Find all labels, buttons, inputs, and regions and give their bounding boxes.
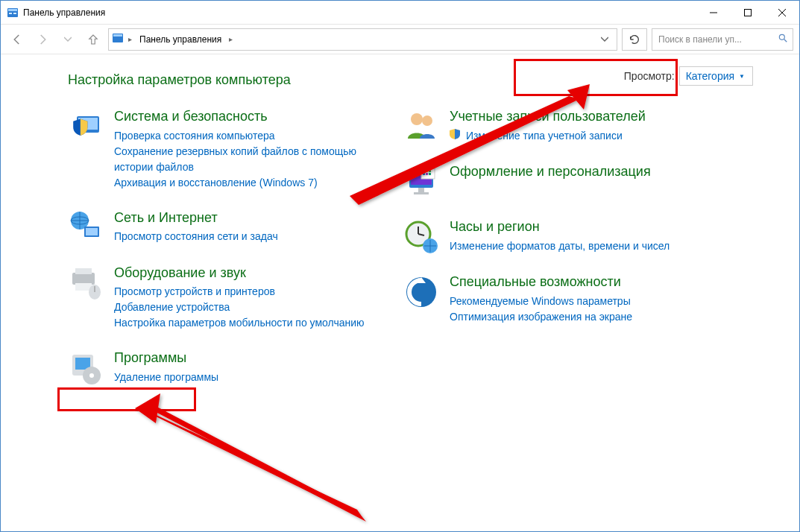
svg-rect-37 xyxy=(429,173,431,175)
category-link[interactable]: Настройка параметров мобильности по умол… xyxy=(114,315,366,331)
back-button[interactable] xyxy=(7,29,28,50)
printer-mouse-icon xyxy=(68,265,104,332)
svg-point-10 xyxy=(779,34,784,39)
category-ease-of-access: Специальные возможности Рекомендуемые Wi… xyxy=(403,274,702,325)
svg-rect-17 xyxy=(86,228,98,235)
minimize-button[interactable] xyxy=(696,1,731,24)
svg-rect-3 xyxy=(13,13,16,14)
user-accounts-icon xyxy=(403,109,439,145)
programs-disc-icon xyxy=(68,350,104,386)
svg-point-27 xyxy=(411,113,423,125)
search-icon xyxy=(778,33,788,45)
ease-of-access-icon xyxy=(403,274,439,325)
category-appearance: Оформление и персонализация xyxy=(403,164,702,200)
category-title[interactable]: Часы и регион xyxy=(450,219,702,235)
category-user-accounts: Учетные записи пользователей Изменение т… xyxy=(403,109,702,145)
forward-button[interactable] xyxy=(32,29,53,50)
category-link[interactable]: Добавление устройства xyxy=(114,300,366,315)
globe-network-icon xyxy=(68,210,104,246)
category-title[interactable]: Оформление и персонализация xyxy=(450,164,702,180)
svg-rect-1 xyxy=(8,9,17,11)
svg-marker-50 xyxy=(145,410,363,519)
window-title: Панель управления xyxy=(23,7,105,18)
recent-menu-button[interactable] xyxy=(57,29,78,50)
svg-rect-33 xyxy=(426,170,428,172)
toolbar: ▸ Панель управления ▸ xyxy=(1,25,799,54)
annotation-arrow-to-uninstall xyxy=(135,393,374,528)
clock-globe-icon xyxy=(403,219,439,255)
address-dropdown-button[interactable] xyxy=(596,31,614,48)
shield-monitor-icon xyxy=(68,109,104,191)
maximize-button[interactable] xyxy=(731,1,765,24)
category-link-text: Изменение типа учетной записи xyxy=(466,130,623,142)
chevron-down-icon: ▼ xyxy=(739,73,745,80)
category-column-right: Учетные записи пользователей Изменение т… xyxy=(403,109,702,405)
view-by-value: Категория xyxy=(686,70,734,82)
category-link[interactable]: Изменение форматов даты, времени и чисел xyxy=(450,238,702,254)
category-hardware-sound: Оборудование и звук Просмотр устройств и… xyxy=(68,265,366,332)
svg-rect-5 xyxy=(745,9,752,16)
category-link[interactable]: Рекомендуемые Windows параметры xyxy=(450,294,702,309)
category-title[interactable]: Сеть и Интернет xyxy=(114,210,366,227)
svg-rect-35 xyxy=(423,173,425,175)
category-link[interactable]: Изменение типа учетной записи xyxy=(450,128,702,144)
category-title[interactable]: Оборудование и звук xyxy=(114,265,366,282)
svg-marker-49 xyxy=(151,404,366,522)
refresh-button[interactable] xyxy=(622,28,647,51)
svg-point-28 xyxy=(422,115,432,126)
category-programs: Программы Удаление программы xyxy=(68,350,366,386)
svg-rect-32 xyxy=(423,170,425,172)
svg-rect-38 xyxy=(418,188,424,192)
svg-marker-46 xyxy=(567,84,590,110)
view-by-dropdown[interactable]: Категория ▼ xyxy=(679,66,753,86)
up-button[interactable] xyxy=(83,29,104,50)
category-link[interactable]: Оптимизация изображения на экране xyxy=(450,309,702,325)
svg-rect-34 xyxy=(429,170,431,172)
search-box[interactable] xyxy=(652,28,793,51)
category-title[interactable]: Программы xyxy=(114,350,366,367)
uac-shield-icon xyxy=(450,128,460,144)
address-bar[interactable]: ▸ Панель управления ▸ xyxy=(108,28,617,51)
close-button[interactable] xyxy=(765,1,799,24)
category-column-left: Система и безопасность Проверка состояни… xyxy=(68,109,366,405)
category-link[interactable]: Проверка состояния компьютера xyxy=(114,128,366,144)
search-input[interactable] xyxy=(657,34,775,45)
control-panel-icon-small xyxy=(112,32,124,46)
category-title[interactable]: Специальные возможности xyxy=(450,274,702,291)
svg-line-11 xyxy=(784,39,787,42)
chevron-right-icon[interactable]: ▸ xyxy=(127,35,133,43)
svg-rect-9 xyxy=(113,34,122,37)
svg-rect-2 xyxy=(9,13,12,14)
personalization-icon xyxy=(403,164,439,200)
view-by-row: Просмотр: Категория ▼ xyxy=(624,66,753,86)
svg-point-26 xyxy=(89,373,94,378)
category-link[interactable]: Просмотр устройств и принтеров xyxy=(114,284,366,300)
control-panel-window: Панель управления ▸ Панель управления ▸ xyxy=(0,0,800,532)
svg-rect-39 xyxy=(414,192,429,194)
category-link[interactable]: Сохранение резервных копий файлов с помо… xyxy=(114,144,366,175)
svg-rect-36 xyxy=(426,173,428,175)
view-by-label: Просмотр: xyxy=(624,70,675,82)
category-system-security: Система и безопасность Проверка состояни… xyxy=(68,109,366,191)
svg-rect-18 xyxy=(72,273,95,285)
breadcrumb-root[interactable]: Панель управления xyxy=(136,33,224,46)
category-clock-region: Часы и регион Изменение форматов даты, в… xyxy=(403,219,702,255)
category-network-internet: Сеть и Интернет Просмотр состояния сети … xyxy=(68,210,366,246)
titlebar: Панель управления xyxy=(1,1,799,25)
category-link-uninstall[interactable]: Удаление программы xyxy=(114,370,366,385)
category-link[interactable]: Архивация и восстановление (Windows 7) xyxy=(114,175,366,191)
control-panel-icon xyxy=(7,7,19,19)
category-link[interactable]: Просмотр состояния сети и задач xyxy=(114,229,366,244)
category-title[interactable]: Система и безопасность xyxy=(114,109,366,125)
content-area: Просмотр: Категория ▼ Настройка параметр… xyxy=(1,54,799,531)
chevron-right-icon[interactable]: ▸ xyxy=(227,35,234,43)
category-title[interactable]: Учетные записи пользователей xyxy=(450,109,702,125)
svg-rect-19 xyxy=(75,268,92,274)
